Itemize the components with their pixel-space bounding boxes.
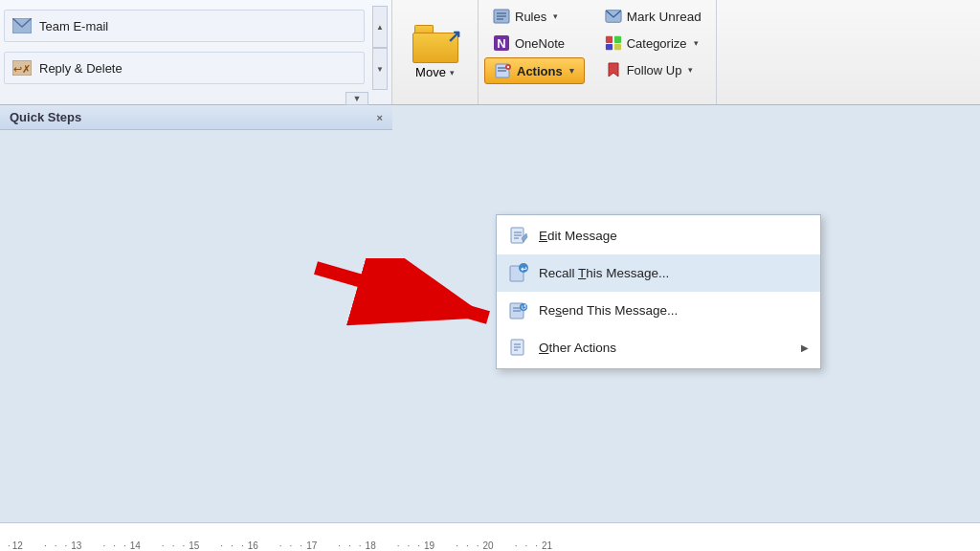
other-actions-label: Other Actions bbox=[539, 341, 791, 355]
actions-button[interactable]: Actions ▾ bbox=[484, 57, 585, 84]
svg-rect-17 bbox=[614, 36, 621, 43]
folder-icon: ↗ bbox=[412, 25, 458, 63]
svg-rect-18 bbox=[606, 44, 612, 50]
menu-item-resend-message[interactable]: ↺ Resend This Message... bbox=[497, 292, 820, 329]
menu-item-edit-message[interactable]: Edit Message bbox=[497, 217, 820, 254]
quick-steps-title: Quick Steps bbox=[10, 110, 81, 124]
recall-message-label: Recall This Message... bbox=[539, 266, 809, 280]
followup-dropdown-arrow: ▾ bbox=[688, 65, 693, 75]
svg-text:N: N bbox=[497, 36, 505, 51]
resend-message-label: Resend This Message... bbox=[539, 303, 809, 318]
onenote-icon: N bbox=[493, 34, 510, 52]
svg-rect-19 bbox=[614, 44, 621, 50]
ruler-marks: · 12 ··· 13 ··· 14 ··· 15 ··· 16 ··· 17 … bbox=[8, 523, 569, 551]
onenote-button[interactable]: N OneNote bbox=[484, 31, 585, 55]
edit-message-label: Edit Message bbox=[539, 229, 809, 243]
menu-item-recall-message[interactable]: ↩ Recall This Message... bbox=[497, 254, 820, 292]
submenu-arrow-icon: ▶ bbox=[801, 342, 809, 353]
reply-delete-icon: ↩✗ bbox=[12, 58, 32, 77]
team-email-icon bbox=[12, 16, 32, 35]
quick-step-row-1: Team E-mail ▲ bbox=[4, 6, 388, 48]
actions-dropdown-arrow: ▾ bbox=[569, 66, 574, 76]
categorize-button[interactable]: Categorize ▾ bbox=[596, 31, 710, 55]
reply-delete-label: Reply & Delete bbox=[39, 61, 122, 76]
move-button[interactable]: ↗ Move ▾ bbox=[405, 21, 466, 83]
rules-button[interactable]: Rules ▾ bbox=[484, 4, 585, 29]
svg-marker-20 bbox=[609, 63, 618, 77]
quick-step-team-email[interactable]: Team E-mail bbox=[4, 10, 365, 42]
ribbon: Team E-mail ▲ ↩✗ Reply & Delete ▼ ▼ ↗ bbox=[0, 0, 980, 105]
menu-item-other-actions[interactable]: Other Actions ▶ bbox=[497, 329, 820, 366]
move-section: ↗ Move ▾ bbox=[392, 0, 479, 104]
svg-line-39 bbox=[316, 268, 488, 318]
move-label: Move bbox=[415, 65, 446, 79]
followup-icon bbox=[605, 61, 622, 78]
actions-dropdown-menu: Edit Message ↩ Recall This Message... ↺ … bbox=[496, 214, 821, 369]
team-email-label: Team E-mail bbox=[39, 19, 108, 33]
dropdown-expand-btn[interactable]: ▼ bbox=[345, 92, 368, 105]
categorize-dropdown-arrow: ▾ bbox=[694, 38, 699, 48]
svg-text:↩✗: ↩✗ bbox=[13, 63, 31, 75]
ribbon-center-col: Rules ▾ N OneNote Actions ▾ bbox=[479, 0, 590, 104]
mark-unread-label: Mark Unread bbox=[627, 10, 702, 24]
rules-dropdown-arrow: ▾ bbox=[553, 11, 558, 21]
scroll-up-btn[interactable]: ▲ bbox=[372, 6, 388, 48]
onenote-label: OneNote bbox=[515, 36, 565, 51]
quick-step-row-2: ↩✗ Reply & Delete ▼ bbox=[4, 48, 388, 90]
svg-text:↺: ↺ bbox=[521, 303, 527, 312]
quick-step-reply-delete[interactable]: ↩✗ Reply & Delete bbox=[4, 52, 365, 84]
rules-icon bbox=[493, 8, 510, 25]
actions-icon bbox=[495, 62, 512, 79]
categorize-icon bbox=[605, 34, 622, 52]
ribbon-right-col: Mark Unread Categorize ▾ Follow Up ▾ bbox=[590, 0, 717, 104]
quick-steps-header: Quick Steps × bbox=[0, 105, 392, 130]
scroll-down-btn[interactable]: ▼ bbox=[372, 48, 388, 90]
svg-rect-16 bbox=[606, 36, 612, 43]
ruler: · 12 ··· 13 ··· 14 ··· 15 ··· 16 ··· 17 … bbox=[0, 522, 980, 551]
quick-steps-panel: Team E-mail ▲ ↩✗ Reply & Delete ▼ ▼ bbox=[0, 0, 392, 104]
edit-message-icon bbox=[508, 225, 529, 246]
rules-label: Rules bbox=[515, 10, 546, 24]
red-arrow-annotation bbox=[306, 258, 517, 335]
mark-unread-icon bbox=[605, 8, 622, 25]
followup-label: Follow Up bbox=[627, 63, 682, 77]
quick-steps-close[interactable]: × bbox=[377, 112, 383, 123]
other-actions-icon bbox=[508, 337, 529, 358]
categorize-label: Categorize bbox=[627, 36, 687, 51]
actions-label: Actions bbox=[517, 64, 563, 78]
move-dropdown-arrow: ▾ bbox=[450, 68, 455, 77]
svg-text:↩: ↩ bbox=[521, 265, 527, 274]
followup-button[interactable]: Follow Up ▾ bbox=[596, 57, 710, 82]
mark-unread-button[interactable]: Mark Unread bbox=[596, 4, 710, 29]
